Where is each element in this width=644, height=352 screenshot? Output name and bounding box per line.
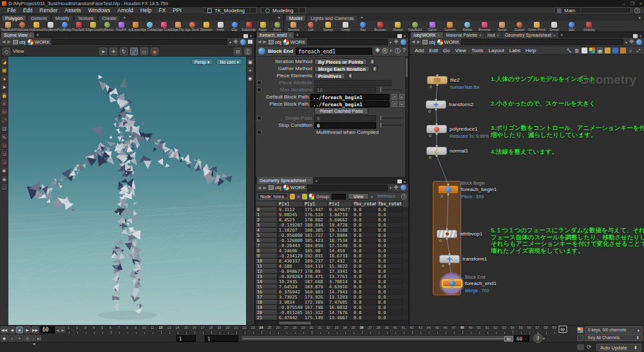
reset-cached-pass-button[interactable]: Reset Cached Pass: [314, 107, 368, 115]
menu-arrows-icon[interactable]: ⬍: [348, 73, 353, 79]
node-polyreduce1[interactable]: polyreduce1Reduced To: 9.99%: [426, 125, 447, 133]
node-file2[interactable]: file2humanTest.fbx: [427, 76, 448, 84]
forward-icon[interactable]: ▶: [7, 39, 10, 44]
node-display-flag[interactable]: [444, 289, 447, 292]
pane-maximize-icon[interactable]: [243, 34, 248, 38]
shelf-tool-polyextrude[interactable]: PolyExtrude: [29, 21, 43, 32]
forward-icon[interactable]: ▶: [263, 185, 266, 190]
snap-multi-icon[interactable]: ◢: [1, 58, 8, 65]
add-tab-button[interactable]: +: [559, 32, 565, 38]
shelf-tool-refine[interactable]: Refine: [459, 21, 476, 32]
node-output-dot[interactable]: [435, 133, 438, 135]
snap-magnet2-icon[interactable]: ∪: [1, 150, 8, 157]
audio-icon[interactable]: ♪: [8, 335, 15, 342]
spreadsheet-hscrollbar[interactable]: [256, 320, 408, 325]
column-header[interactable]: P[x]: [278, 201, 303, 207]
maximize-button[interactable]: ❐: [630, 1, 634, 6]
shelf-tool-shatter[interactable]: Shatter: [389, 21, 406, 32]
node-output-dot[interactable]: [436, 84, 439, 86]
node-output-dot[interactable]: [446, 237, 448, 240]
node-output-dot[interactable]: [451, 287, 453, 290]
secure-selection-icon[interactable]: 🔒: [1, 91, 8, 98]
desktop-tab-modeling[interactable]: Modeling ⋮: [261, 7, 305, 14]
shelf-tool-edge-flip[interactable]: Edge Flip: [171, 21, 185, 32]
add-tab-button[interactable]: +: [35, 32, 41, 38]
column-header[interactable]: fbx_rotation[0]: [352, 201, 377, 207]
rotate-icon[interactable]: ↻: [120, 48, 128, 55]
node-output-dot[interactable]: [448, 263, 451, 265]
network-menu-labs[interactable]: Labs: [507, 48, 523, 53]
tab-geometry-spreadsheet[interactable]: Geometry Spreadsheet×: [257, 177, 313, 184]
select-icon[interactable]: ➤: [99, 48, 107, 55]
shelf-tool-carve[interactable]: Carve: [424, 21, 441, 32]
pane-menu-icon[interactable]: ▾: [250, 33, 252, 38]
playhead-handle[interactable]: 60: [504, 336, 513, 342]
stats-icon[interactable]: ▥: [574, 48, 580, 53]
view-dropdown[interactable]: View: [348, 193, 369, 199]
select-node-icon[interactable]: ⌖: [399, 94, 404, 100]
column-header[interactable]: fbx_rotation[1]: [377, 201, 402, 207]
shelf-tool-dissolve[interactable]: Dissolve: [199, 21, 213, 32]
view-tool-icon[interactable]: ◇: [3, 48, 10, 55]
node-display-flag[interactable]: [440, 195, 443, 198]
point-mode-icon[interactable]: [290, 194, 295, 199]
close-icon[interactable]: ×: [289, 33, 292, 37]
column-header[interactable]: P[y]: [303, 201, 328, 207]
node-input-dot[interactable]: [435, 123, 438, 125]
param-checkbox[interactable]: [257, 130, 261, 134]
param-field[interactable]: 0: [314, 122, 376, 129]
param-menu[interactable]: Merge Each Iteration: [314, 66, 370, 72]
help-icon[interactable]: ?: [402, 47, 406, 55]
detail-mode-icon[interactable]: [309, 194, 314, 199]
flipbook-icon[interactable]: Ⓕ: [244, 48, 252, 55]
play-reverse-icon[interactable]: ◀: [8, 326, 15, 333]
tab--obj-work[interactable]: /obj/WORK×: [411, 32, 443, 38]
shelf-tool-edge-loop[interactable]: Edge Loop: [86, 21, 100, 32]
search-icon[interactable]: ⌕: [390, 47, 393, 55]
node-foreach_begin1[interactable]: Block Beginforeach_begin1Piece : 699: [438, 185, 459, 194]
menu-item[interactable]: File: [4, 7, 19, 14]
sync-icon[interactable]: [240, 39, 246, 45]
auto-update-dropdown[interactable]: Auto Update⬍: [596, 344, 641, 351]
step-back-icon[interactable]: ◀: [55, 327, 60, 333]
node-attribvop1[interactable]: attribvop1: [437, 230, 457, 238]
network-menu-view[interactable]: View: [453, 48, 469, 53]
shelf-tool-clip[interactable]: Clip: [227, 21, 242, 32]
forward-icon[interactable]: ▶: [263, 39, 266, 44]
box-select-icon[interactable]: ▭: [140, 48, 148, 55]
path-obj[interactable]: obj: [13, 39, 26, 45]
node-transform1[interactable]: transform1: [439, 255, 460, 263]
render-view-icon[interactable]: ◉: [1, 175, 8, 182]
menu-item[interactable]: Assets: [61, 7, 84, 14]
menu-item[interactable]: PPI: [169, 7, 185, 14]
network-menu-go[interactable]: Go: [440, 48, 453, 53]
pose-icon[interactable]: ☷: [1, 125, 8, 132]
param-menu[interactable]: By Pieces or Points: [314, 59, 367, 65]
add-tab-button[interactable]: +: [294, 32, 300, 38]
tab-geometry-spreadsheet[interactable]: Geometry Spreadsheet×: [502, 32, 558, 38]
node-display-flag[interactable]: [430, 86, 432, 88]
pin-icon[interactable]: [393, 39, 399, 44]
param-slider[interactable]: [381, 125, 402, 125]
back-icon[interactable]: ◀: [412, 39, 415, 44]
jump-end-icon[interactable]: ▶▶: [32, 326, 39, 333]
shelf-menu-icon[interactable]: ▾: [278, 15, 282, 21]
jump-start-icon[interactable]: ◀◀: [1, 326, 8, 333]
back-icon[interactable]: ◀: [2, 39, 5, 44]
sync-icon[interactable]: [636, 39, 642, 45]
network-menu-edit[interactable]: Edit: [426, 48, 440, 53]
snap-magnet-icon[interactable]: ∪: [1, 142, 8, 149]
shelf-tool-edge-divide[interactable]: Edge Divide: [185, 21, 199, 32]
shelf-tab-model[interactable]: Model: [285, 15, 306, 21]
realtime-icon[interactable]: ◎: [24, 335, 31, 342]
shelf-tab-lights-and-cameras[interactable]: Lights and Cameras: [307, 15, 357, 21]
tab-foreach-end1[interactable]: foreach_end1×: [257, 32, 294, 38]
set-key-icon[interactable]: ⚷: [533, 333, 543, 343]
camera-lock-icon[interactable]: ⌖: [247, 66, 254, 73]
shelf-tab-modify[interactable]: Modify: [52, 15, 73, 21]
node-output-dot[interactable]: [435, 154, 438, 157]
node-input-dot[interactable]: [435, 145, 438, 147]
node-input-dot[interactable]: [435, 98, 437, 101]
expand-icon[interactable]: ⤢: [636, 48, 641, 53]
shelf-tool-polysplit[interactable]: PolySplit: [71, 21, 86, 32]
